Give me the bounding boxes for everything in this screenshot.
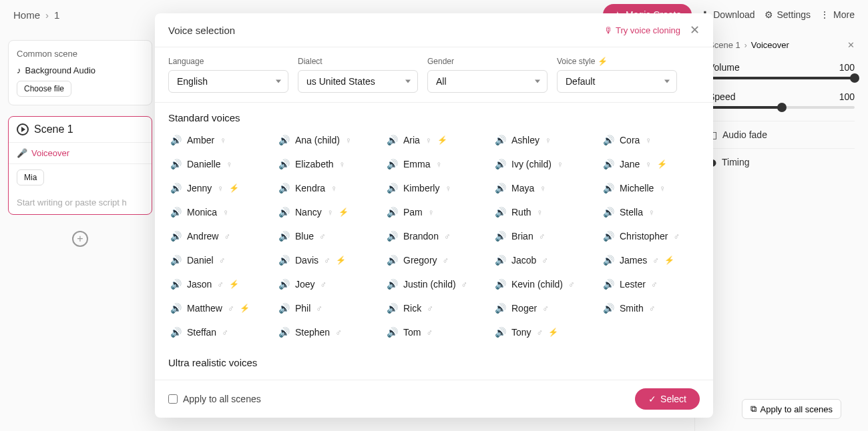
voice-option[interactable]: 🔊Michelle♀ [601, 179, 700, 197]
voice-option[interactable]: 🔊Gregory♂ [385, 252, 483, 269]
voice-option[interactable]: 🔊Nancy♀⚡ [276, 203, 375, 221]
voice-option[interactable]: 🔊Kendra♀ [276, 179, 375, 197]
voice-option[interactable]: 🔊Davis♂⚡ [276, 252, 375, 269]
speaker-icon[interactable]: 🔊 [494, 134, 506, 146]
speaker-icon[interactable]: 🔊 [602, 182, 614, 194]
close-modal-button[interactable]: ✕ [690, 23, 700, 37]
language-select[interactable]: English [168, 70, 288, 93]
voice-style-select[interactable]: Default [557, 70, 677, 93]
speaker-icon[interactable]: 🔊 [386, 302, 398, 314]
speaker-icon[interactable]: 🔊 [386, 158, 398, 170]
voice-option[interactable]: 🔊Blue♂ [276, 228, 375, 245]
voice-option[interactable]: 🔊Danielle♀ [168, 155, 267, 173]
speaker-icon[interactable]: 🔊 [602, 278, 614, 290]
speaker-icon[interactable]: 🔊 [170, 230, 182, 242]
voice-option[interactable]: 🔊James♂⚡ [601, 252, 700, 269]
speaker-icon[interactable]: 🔊 [494, 278, 506, 290]
dialect-filter-label: Dialect [298, 57, 418, 66]
speaker-icon[interactable]: 🔊 [278, 134, 290, 146]
gender-select[interactable]: All [427, 70, 548, 93]
speaker-icon[interactable]: 🔊 [278, 230, 290, 242]
speaker-icon[interactable]: 🔊 [170, 302, 182, 314]
voice-option[interactable]: 🔊Ana (child)♀ [276, 131, 375, 149]
voice-option[interactable]: 🔊Aria♀⚡ [385, 131, 483, 149]
speaker-icon[interactable]: 🔊 [386, 134, 398, 146]
voice-option[interactable]: 🔊Brandon♂ [385, 228, 483, 245]
speaker-icon[interactable]: 🔊 [278, 254, 290, 266]
speaker-icon[interactable]: 🔊 [278, 302, 290, 314]
voice-option[interactable]: 🔊Steffan♂ [168, 324, 267, 341]
voice-option[interactable]: 🔊Cora♀ [601, 131, 700, 149]
speaker-icon[interactable]: 🔊 [602, 206, 614, 218]
speaker-icon[interactable]: 🔊 [170, 278, 182, 290]
voice-option[interactable]: 🔊Pam♀ [385, 203, 483, 221]
voice-option[interactable]: 🔊Joey♂ [276, 276, 375, 293]
speaker-icon[interactable]: 🔊 [278, 206, 290, 218]
speaker-icon[interactable]: 🔊 [170, 134, 182, 146]
voice-option[interactable]: 🔊Monica♀ [168, 203, 267, 221]
speaker-icon[interactable]: 🔊 [170, 158, 182, 170]
voice-option[interactable]: 🔊Stella♀ [601, 203, 700, 221]
voice-option[interactable]: 🔊Jane♀⚡ [601, 155, 700, 173]
voice-name: Steffan [187, 327, 216, 338]
speaker-icon[interactable]: 🔊 [494, 326, 506, 338]
dialect-select[interactable]: us United States [298, 70, 418, 93]
speaker-icon[interactable]: 🔊 [602, 158, 614, 170]
voice-option[interactable]: 🔊Matthew♂⚡ [168, 300, 267, 317]
voice-option[interactable]: 🔊Maya♀ [493, 179, 592, 197]
speaker-icon[interactable]: 🔊 [494, 182, 506, 194]
speaker-icon[interactable]: 🔊 [386, 230, 398, 242]
speaker-icon[interactable]: 🔊 [494, 254, 506, 266]
voice-option[interactable]: 🔊Tony♂⚡ [493, 324, 592, 341]
select-voice-button[interactable]: ✓ Select [635, 388, 700, 410]
voice-option[interactable]: 🔊Stephen♂ [276, 324, 375, 341]
voice-option[interactable]: 🔊Kevin (child)♂ [493, 276, 592, 293]
speaker-icon[interactable]: 🔊 [278, 158, 290, 170]
speaker-icon[interactable]: 🔊 [494, 158, 506, 170]
voice-option[interactable]: 🔊Ivy (child)♀ [493, 155, 592, 173]
speaker-icon[interactable]: 🔊 [170, 326, 182, 338]
voice-option[interactable]: 🔊Phil♂ [276, 300, 375, 317]
speaker-icon[interactable]: 🔊 [386, 278, 398, 290]
speaker-icon[interactable]: 🔊 [494, 230, 506, 242]
voice-option[interactable]: 🔊Jenny♀⚡ [168, 179, 267, 197]
voice-option[interactable]: 🔊Daniel♂ [168, 252, 267, 269]
apply-to-all-checkbox[interactable] [168, 394, 178, 404]
voice-option[interactable]: 🔊Rick♂ [385, 300, 483, 317]
speaker-icon[interactable]: 🔊 [278, 326, 290, 338]
voice-option[interactable]: 🔊Elizabeth♀ [276, 155, 375, 173]
speaker-icon[interactable]: 🔊 [602, 134, 614, 146]
speaker-icon[interactable]: 🔊 [170, 206, 182, 218]
voice-option[interactable]: 🔊Andrew♂ [168, 228, 267, 245]
speaker-icon[interactable]: 🔊 [602, 254, 614, 266]
voice-option[interactable]: 🔊Smith♂ [601, 300, 700, 317]
speaker-icon[interactable]: 🔊 [602, 230, 614, 242]
try-voice-cloning-link[interactable]: 🎙 Try voice cloning [604, 25, 680, 35]
voice-option[interactable]: 🔊Amber♀ [168, 131, 267, 149]
speaker-icon[interactable]: 🔊 [494, 206, 506, 218]
speaker-icon[interactable]: 🔊 [278, 182, 290, 194]
voice-option[interactable]: 🔊Emma♀ [385, 155, 483, 173]
speaker-icon[interactable]: 🔊 [278, 278, 290, 290]
voice-option[interactable]: 🔊Ruth♀ [493, 203, 592, 221]
voice-option[interactable]: 🔊Brian♂ [493, 228, 592, 245]
speaker-icon[interactable]: 🔊 [170, 254, 182, 266]
voice-option[interactable]: 🔊Roger♂ [493, 300, 592, 317]
speaker-icon[interactable]: 🔊 [602, 302, 614, 314]
voice-option[interactable]: 🔊Ashley♀ [493, 131, 592, 149]
voice-option[interactable]: 🔊Jason♂⚡ [168, 276, 267, 293]
voice-option[interactable]: 🔊Jacob♂ [493, 252, 592, 269]
speaker-icon[interactable]: 🔊 [386, 254, 398, 266]
voice-option[interactable]: 🔊Lester♂ [601, 276, 700, 293]
voice-name: Jason [187, 279, 212, 290]
speaker-icon[interactable]: 🔊 [494, 302, 506, 314]
speaker-icon[interactable]: 🔊 [170, 182, 182, 194]
voice-option[interactable]: 🔊Kimberly♀ [385, 179, 483, 197]
speaker-icon[interactable]: 🔊 [386, 182, 398, 194]
apply-to-all-checkbox-row[interactable]: Apply to all scenes [168, 394, 261, 404]
voice-option[interactable]: 🔊Justin (child)♂ [385, 276, 483, 293]
voice-option[interactable]: 🔊Tom♂ [385, 324, 483, 341]
speaker-icon[interactable]: 🔊 [386, 206, 398, 218]
voice-option[interactable]: 🔊Christopher♂ [601, 228, 700, 245]
speaker-icon[interactable]: 🔊 [386, 326, 398, 338]
